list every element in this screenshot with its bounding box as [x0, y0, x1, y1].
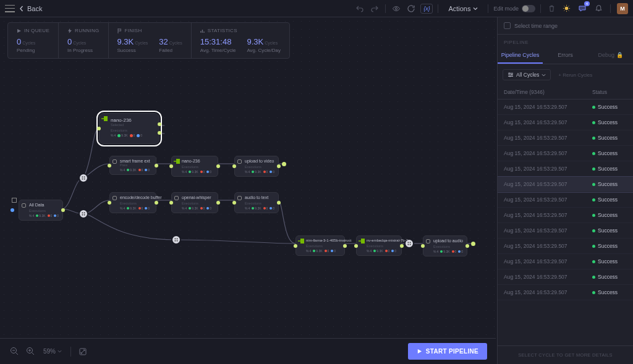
node-all-data[interactable]: All Data Executions %49.3K00	[19, 200, 63, 221]
sliders-icon	[508, 72, 514, 78]
cycle-row[interactable]: Aug 15, 2024 16:53:29.507 Success	[498, 192, 633, 208]
cycle-row[interactable]: Aug 15, 2024 16:53:29.507 Success	[498, 161, 633, 177]
cycle-row[interactable]: Aug 15, 2024 16:53:29.507 Success	[498, 130, 633, 146]
zoom-in-icon[interactable]	[25, 346, 36, 357]
toolbar-separator	[610, 4, 611, 13]
edit-mode-label: Edit mode	[493, 6, 519, 12]
edit-mode-toggle[interactable]	[522, 5, 535, 12]
cycle-row[interactable]: Aug 15, 2024 16:53:29.507 Success	[498, 99, 633, 115]
node-smart-frame-ext[interactable]: smart frame ext Pass %49.3K00	[109, 156, 156, 175]
chevron-left-icon	[19, 6, 25, 12]
node-encode-decode-buffer[interactable]: encode/decode buffer Executions %49.3K00	[109, 192, 156, 213]
bell-icon[interactable]	[593, 3, 604, 14]
cycle-row[interactable]: Aug 15, 2024 16:53:29.507 Success	[498, 177, 633, 192]
node-marker-icon	[12, 198, 17, 203]
cycle-datetime: Aug 15, 2024 16:53:29.507	[504, 135, 592, 141]
top-bar: Back {x} Actions Edit mode 4 M	[0, 0, 633, 17]
cycle-status: Success	[592, 212, 627, 218]
status-dot-icon	[592, 137, 595, 140]
tab-debug[interactable]: Debug 🔒	[588, 48, 633, 64]
cycle-datetime: Aug 15, 2024 16:53:29.507	[504, 243, 592, 249]
menu-icon[interactable]	[5, 5, 15, 12]
node-upload-to-audio[interactable]: upload to audio Executions %49.3K00	[423, 235, 467, 256]
node-upload-to-video[interactable]: upload to video Executions %49.3K00	[234, 156, 279, 177]
junction-icon[interactable]	[171, 235, 181, 245]
tab-pipeline-cycles[interactable]: Pipeline Cycles	[498, 48, 543, 64]
stat-finish: FINISH 9.3KCycles Success 32Cycles Faile…	[109, 23, 192, 58]
chevron-down-icon	[473, 6, 478, 11]
edit-mode-toggle-group: Edit mode	[493, 5, 535, 12]
node-icon	[426, 239, 430, 243]
tab-errors[interactable]: Errors	[543, 48, 588, 64]
trash-icon[interactable]	[546, 3, 557, 14]
cycle-datetime: Aug 15, 2024 16:53:29.507	[504, 212, 592, 218]
status-dot-icon	[592, 152, 595, 155]
actions-dropdown[interactable]: Actions	[443, 3, 483, 14]
edge-layer	[0, 17, 496, 338]
cycle-datetime: Aug 15, 2024 16:53:29.507	[504, 197, 592, 203]
node-openai-whisper[interactable]: openai-whisper Executions %49.3K00	[171, 192, 218, 213]
cycle-row[interactable]: Aug 15, 2024 16:53:29.507 Success	[498, 208, 633, 223]
chart-icon	[200, 28, 205, 33]
status-dot-icon	[592, 106, 595, 109]
avatar[interactable]: M	[617, 3, 628, 14]
lock-icon: 🔒	[616, 52, 623, 58]
side-panel: Select time range PIPELINE Pipeline Cycl…	[497, 17, 633, 364]
toolbar-separator	[540, 4, 541, 13]
zoom-level-dropdown[interactable]: 59%	[41, 346, 64, 357]
undo-icon[interactable]	[354, 3, 365, 14]
junction-icon[interactable]	[79, 173, 88, 183]
node-icon	[22, 203, 26, 208]
svg-point-0	[396, 7, 397, 9]
node-nv-embedqa[interactable]: nv-embedqa-mistral-7b-2 Executions %49.3…	[356, 235, 402, 256]
actions-label: Actions	[448, 5, 470, 12]
sidebar-footer-hint: SELECT CYCLE TO GET MORE DETAILS	[498, 345, 633, 364]
node-nano-236-selected[interactable]: nano-236 Selected Executions %4 9.3K 0 0	[99, 113, 159, 144]
toolbar-separator	[385, 4, 386, 13]
sun-icon[interactable]	[561, 3, 572, 14]
chat-icon[interactable]: 4	[577, 3, 588, 14]
junction-icon[interactable]	[79, 209, 88, 219]
refresh-icon[interactable]	[406, 3, 417, 14]
cycle-row[interactable]: Aug 15, 2024 16:53:29.507 Success	[498, 269, 633, 285]
eye-icon[interactable]	[391, 3, 402, 14]
cycle-row[interactable]: Aug 15, 2024 16:53:29.507 Success	[498, 285, 633, 300]
cycle-list[interactable]: Aug 15, 2024 16:53:29.507 SuccessAug 15,…	[498, 99, 633, 345]
bottombar-separator	[70, 347, 71, 357]
chevron-down-icon	[57, 349, 62, 353]
back-button[interactable]: Back	[19, 5, 42, 12]
start-pipeline-button[interactable]: START PIPELINE	[408, 343, 487, 360]
back-label: Back	[27, 5, 42, 12]
flag-icon	[117, 28, 122, 33]
toolbar-separator	[488, 4, 488, 13]
cycle-row[interactable]: Aug 15, 2024 16:53:29.507 Success	[498, 254, 633, 269]
filter-all-cycles-dropdown[interactable]: All Cycles	[503, 69, 551, 80]
cycle-status: Success	[592, 104, 627, 110]
node-nim-llama[interactable]: nim-llama-3-1-405b-instruct Executions %…	[295, 235, 345, 256]
svg-point-1	[564, 7, 568, 11]
fit-screen-icon[interactable]	[77, 346, 88, 357]
node-icon	[174, 196, 179, 200]
node-audio-to-text[interactable]: audio to text Executions %49.3K00	[234, 192, 279, 213]
cycle-row[interactable]: Aug 15, 2024 16:53:29.507 Success	[498, 115, 633, 130]
variable-icon[interactable]: {x}	[420, 4, 433, 14]
status-dot-icon	[592, 245, 595, 248]
node-nano-236[interactable]: nano-236 Executions %49.3K00	[171, 156, 218, 177]
cycle-status: Success	[592, 197, 627, 203]
status-dot-icon	[592, 121, 595, 124]
zoom-out-icon[interactable]	[9, 346, 20, 357]
redo-icon[interactable]	[369, 3, 380, 14]
cycle-row[interactable]: Aug 15, 2024 16:53:29.507 Success	[498, 223, 633, 239]
status-dot-icon	[592, 276, 595, 279]
node-icon	[113, 159, 117, 164]
cycle-status: Success	[592, 258, 627, 265]
cycle-status: Success	[592, 274, 627, 280]
cycle-row[interactable]: Aug 15, 2024 16:53:29.507 Success	[498, 146, 633, 161]
cycle-datetime: Aug 15, 2024 16:53:29.507	[504, 166, 592, 172]
pipeline-canvas[interactable]: nano-236 Selected Executions %4 9.3K 0 0…	[0, 17, 496, 338]
cycle-row[interactable]: Aug 15, 2024 16:53:29.507 Success	[498, 239, 633, 254]
select-time-range-checkbox[interactable]: Select time range	[504, 22, 627, 29]
nvidia-icon	[298, 239, 304, 243]
rerun-cycles-button: + Rerun Cycles	[554, 70, 596, 80]
play-icon	[417, 349, 422, 354]
